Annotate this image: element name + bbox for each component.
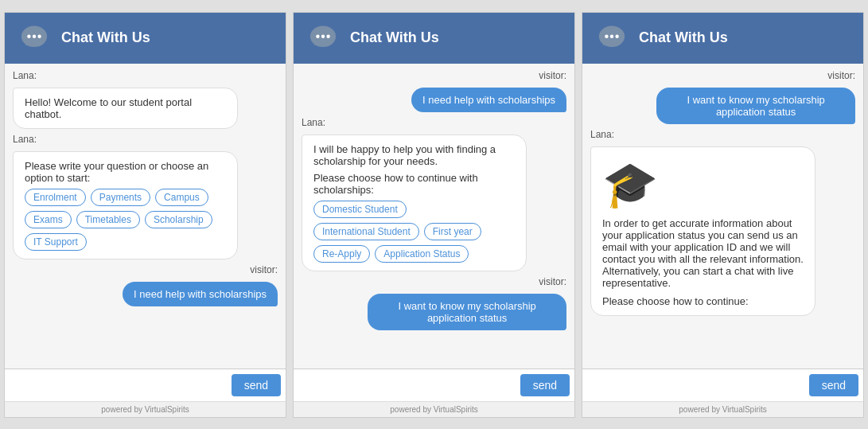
visitor-label: visitor: (13, 264, 278, 275)
lana-label: Lana: (13, 70, 278, 81)
chip-button[interactable]: Timetables (76, 211, 140, 228)
visitor-message: I need help with scholarships (123, 282, 278, 306)
chat-footer: send (294, 369, 574, 401)
svg-point-3 (33, 34, 36, 37)
svg-point-12 (605, 34, 608, 37)
chat-widgets-container: Chat With Us Lana:Hello! Welcome to our … (4, 12, 864, 418)
chip-button[interactable]: Domestic Student (313, 201, 407, 218)
chat-widget-1: Chat With Us Lana:Hello! Welcome to our … (4, 12, 286, 418)
visitor-label: visitor: (302, 70, 566, 81)
visitor-message: I want to know my scholarship applicatio… (368, 294, 566, 330)
chip-button[interactable]: Enrolment (25, 189, 86, 206)
lana-message: Hello! Welcome to our student portal cha… (13, 88, 238, 129)
chip-button[interactable]: First year (424, 223, 481, 240)
graduation-cap-icon: 🎓 (602, 158, 804, 211)
chat-input[interactable] (10, 374, 227, 396)
lana-label: Lana: (590, 129, 855, 140)
powered-by: powered by VirtualSpirits (582, 401, 863, 417)
chip-button[interactable]: Re-Apply (313, 245, 370, 263)
chat-input[interactable] (298, 374, 516, 396)
lana-label: Lana: (13, 134, 278, 145)
chat-header-title: Chat With Us (350, 29, 439, 46)
send-button[interactable]: send (809, 374, 858, 396)
send-button[interactable]: send (232, 374, 281, 396)
chat-body: Lana:Hello! Welcome to our student porta… (5, 64, 286, 369)
svg-point-8 (321, 34, 325, 37)
chat-body: visitor:I want to know my scholarship ap… (582, 64, 863, 369)
chips-container: Domestic StudentInternational StudentFir… (313, 201, 515, 263)
lana-message: Please write your question or choose an … (13, 151, 238, 259)
chip-button[interactable]: Scholarship (145, 211, 212, 228)
chat-header: Chat With Us (582, 13, 863, 64)
lana-message: 🎓In order to get accurate information ab… (590, 146, 815, 316)
svg-point-2 (27, 34, 30, 37)
chat-icon (306, 21, 341, 56)
chips-container: EnrolmentPaymentsCampusExamsTimetablesSc… (25, 189, 226, 251)
visitor-label: visitor: (302, 276, 566, 287)
chat-header: Chat With Us (294, 13, 574, 64)
visitor-message: I want to know my scholarship applicatio… (656, 88, 855, 124)
svg-point-13 (610, 34, 613, 37)
lana-message: I will be happy to help you with finding… (302, 135, 527, 271)
chat-input[interactable] (587, 374, 804, 396)
chat-header-title: Chat With Us (61, 29, 150, 46)
chat-icon (594, 21, 629, 56)
chip-button[interactable]: IT Support (25, 233, 87, 251)
chat-icon (17, 21, 52, 56)
svg-point-14 (615, 34, 618, 37)
chat-footer: send (582, 369, 863, 401)
svg-point-4 (37, 34, 41, 37)
chat-widget-2: Chat With Us visitor:I need help with sc… (293, 12, 575, 418)
visitor-label: visitor: (590, 70, 855, 81)
chat-footer: send (5, 369, 286, 401)
send-button[interactable]: send (520, 374, 570, 396)
svg-point-7 (316, 34, 319, 37)
chip-button[interactable]: Exams (25, 211, 72, 228)
svg-point-9 (326, 34, 329, 37)
lana-label: Lana: (302, 117, 566, 128)
chip-button[interactable]: Application Status (375, 245, 469, 263)
chip-button[interactable]: Payments (91, 189, 150, 206)
chat-widget-3: Chat With Us visitor:I want to know my s… (582, 12, 864, 418)
chat-header: Chat With Us (5, 13, 286, 64)
visitor-message: I need help with scholarships (411, 88, 566, 112)
chip-button[interactable]: Campus (155, 189, 208, 206)
chat-header-title: Chat With Us (639, 29, 728, 46)
powered-by: powered by VirtualSpirits (294, 401, 574, 417)
chat-body: visitor:I need help with scholarshipsLan… (294, 64, 574, 369)
chip-button[interactable]: International Student (313, 223, 419, 240)
powered-by: powered by VirtualSpirits (5, 401, 286, 417)
